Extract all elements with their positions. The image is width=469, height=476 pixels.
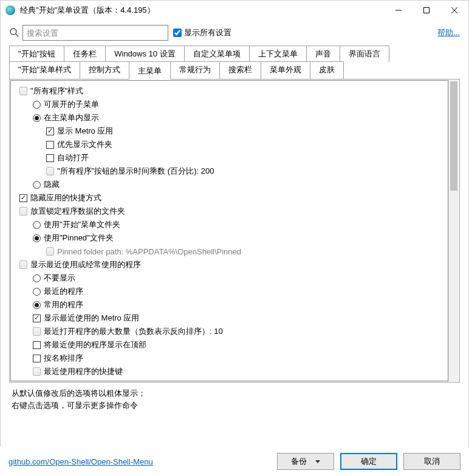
radio-icon[interactable] bbox=[33, 114, 41, 122]
cancel-label: 取消 bbox=[424, 456, 440, 467]
svg-point-4 bbox=[10, 29, 16, 35]
tree-row[interactable]: "所有程序"按钮的显示时间乘数 (百分比): 200 bbox=[13, 165, 445, 178]
note-icon bbox=[19, 87, 27, 95]
radio-icon[interactable] bbox=[33, 181, 41, 189]
tree-row[interactable]: 将最近使用的程序显示在顶部 bbox=[13, 338, 445, 352]
tab-control-method[interactable]: 控制方式 bbox=[80, 61, 129, 79]
tab-start-menu-style[interactable]: "开始"菜单样式 bbox=[9, 61, 80, 79]
checkbox-icon[interactable] bbox=[46, 154, 54, 162]
bottom-bar: github.com/Open-Shell/Open-Shell-Menu 备份… bbox=[0, 447, 469, 476]
tree-row[interactable]: 放置锁定程序数据的文件夹 bbox=[13, 205, 445, 218]
close-button[interactable] bbox=[440, 1, 468, 20]
tree-row[interactable]: 隐藏应用的快捷方式 bbox=[13, 191, 445, 205]
checkbox-icon[interactable] bbox=[46, 141, 54, 149]
radio-icon[interactable] bbox=[33, 288, 41, 296]
window-title: 经典"开始"菜单设置（版本：4.4.195） bbox=[20, 5, 385, 16]
scrollbar-thumb[interactable] bbox=[450, 81, 457, 191]
tree-row[interactable]: 显示 Metro 应用 bbox=[13, 124, 445, 138]
tree-row[interactable]: 按名称排序 bbox=[13, 352, 445, 365]
tree-row[interactable]: 优先显示文件夹 bbox=[13, 138, 445, 151]
tab-container: "开始"按钮任务栏Windows 10 设置自定义菜单项上下文菜单声音界面语言 … bbox=[1, 46, 468, 79]
tree-label: 将最近使用的程序显示在顶部 bbox=[44, 339, 146, 350]
tree-label: 隐藏应用的快捷方式 bbox=[30, 192, 101, 203]
tab-sound[interactable]: 声音 bbox=[306, 46, 340, 62]
tree-row[interactable]: 在主菜单内显示 bbox=[13, 111, 445, 124]
tree-row[interactable]: 自动打开 bbox=[13, 151, 445, 165]
show-all-label: 显示所有设置 bbox=[184, 27, 231, 38]
checkbox-icon[interactable] bbox=[33, 314, 41, 322]
tree-label: 显示最近使用或经常使用的程序 bbox=[30, 259, 141, 270]
tree-label: 常用的程序 bbox=[44, 299, 83, 310]
checkbox-icon[interactable] bbox=[46, 127, 54, 135]
checkbox-icon[interactable] bbox=[33, 341, 41, 349]
tab-row-1: "开始"按钮任务栏Windows 10 设置自定义菜单项上下文菜单声音界面语言 bbox=[9, 46, 460, 62]
tree-row[interactable]: 最近打开程序的最大数量（负数表示反向排序）: 10 bbox=[13, 325, 445, 338]
tree-label: 按名称排序 bbox=[44, 353, 83, 364]
checkbox-icon[interactable] bbox=[33, 355, 41, 362]
tree-row[interactable]: 不要显示 bbox=[13, 271, 445, 285]
tree-row[interactable]: 最近使用程序的快捷键 bbox=[13, 365, 445, 378]
repo-link[interactable]: github.com/Open-Shell/Open-Shell-Menu bbox=[9, 457, 153, 466]
note-icon bbox=[33, 327, 41, 336]
checkbox-icon[interactable] bbox=[19, 194, 27, 202]
minimize-button[interactable] bbox=[385, 1, 413, 20]
tab-start-button[interactable]: "开始"按钮 bbox=[9, 46, 64, 62]
radio-icon[interactable] bbox=[33, 221, 41, 229]
tree-label: 优先显示文件夹 bbox=[57, 139, 112, 150]
tab-context-menu[interactable]: 上下文菜单 bbox=[249, 46, 307, 62]
tree-label: 隐藏 bbox=[44, 179, 60, 190]
tree-row[interactable]: 使用"开始"菜单文件夹 bbox=[13, 218, 445, 231]
search-input[interactable] bbox=[22, 25, 168, 41]
tree-row[interactable]: 隐藏 bbox=[13, 178, 445, 191]
tree-label: 显示最近使用的 Metro 应用 bbox=[44, 313, 139, 324]
tree-row[interactable]: 常用的程序 bbox=[13, 298, 445, 311]
backup-label: 备份 bbox=[291, 456, 307, 467]
tree-label: 自动打开 bbox=[57, 152, 89, 163]
tree-row[interactable]: 最近的程序 bbox=[13, 285, 445, 298]
ok-button[interactable]: 确定 bbox=[340, 453, 397, 470]
radio-icon[interactable] bbox=[33, 234, 41, 242]
tree-label: 不要显示 bbox=[44, 273, 75, 284]
tree-label: 使用"Pinned"文件夹 bbox=[44, 233, 114, 243]
search-wrap bbox=[9, 25, 168, 41]
tree-row[interactable]: Pinned folder path: %APPDATA%\OpenShell\… bbox=[13, 245, 445, 258]
cancel-button[interactable]: 取消 bbox=[403, 453, 460, 470]
tree-row[interactable]: 显示最近使用或经常使用的程序 bbox=[13, 258, 445, 271]
tree-label: "所有程序"按钮的显示时间乘数 (百分比): 200 bbox=[57, 166, 214, 177]
tree-row[interactable]: 使用"Pinned"文件夹 bbox=[13, 231, 445, 245]
backup-button[interactable]: 备份 bbox=[277, 453, 334, 470]
maximize-button[interactable] bbox=[413, 1, 440, 20]
tab-win10-settings[interactable]: Windows 10 设置 bbox=[105, 46, 184, 62]
tree-label: 在主菜单内显示 bbox=[44, 112, 99, 123]
tree-row[interactable]: "所有程序"样式 bbox=[13, 84, 445, 98]
note-icon bbox=[19, 260, 27, 269]
tab-custom-menu-items[interactable]: 自定义菜单项 bbox=[184, 46, 250, 62]
show-all-input[interactable] bbox=[173, 29, 182, 37]
tab-menu-appearance[interactable]: 菜单外观 bbox=[261, 61, 310, 79]
tab-skin[interactable]: 皮肤 bbox=[310, 61, 344, 79]
app-icon bbox=[5, 5, 15, 15]
note-icon bbox=[46, 167, 54, 175]
tab-search-bar[interactable]: 搜索栏 bbox=[219, 61, 261, 79]
help-link[interactable]: 帮助... bbox=[437, 27, 460, 38]
note-icon bbox=[19, 207, 27, 216]
vertical-scrollbar[interactable] bbox=[448, 80, 459, 381]
ok-label: 确定 bbox=[361, 456, 377, 467]
tree-label: 使用"开始"菜单文件夹 bbox=[44, 219, 120, 230]
tree-row[interactable]: 显示最近使用的 Metro 应用 bbox=[13, 311, 445, 325]
tab-main-menu[interactable]: 主菜单 bbox=[129, 61, 171, 80]
tree-label: "所有程序"样式 bbox=[30, 86, 83, 97]
tab-taskbar[interactable]: 任务栏 bbox=[64, 46, 106, 62]
hint-text: 从默认值修改后的选项将以粗体显示； 右键点击选项，可显示更多操作命令 bbox=[12, 387, 457, 412]
settings-tree[interactable]: "所有程序"样式可展开的子菜单在主菜单内显示显示 Metro 应用优先显示文件夹… bbox=[10, 80, 448, 381]
search-icon bbox=[9, 27, 19, 39]
tab-general-behavior[interactable]: 常规行为 bbox=[170, 61, 220, 79]
tab-ui-language[interactable]: 界面语言 bbox=[340, 46, 389, 62]
tree-label: 显示 Metro 应用 bbox=[57, 126, 113, 137]
tree-row[interactable]: 可展开的子菜单 bbox=[13, 98, 445, 111]
titlebar: 经典"开始"菜单设置（版本：4.4.195） bbox=[1, 1, 468, 20]
radio-icon[interactable] bbox=[33, 274, 41, 282]
radio-icon[interactable] bbox=[33, 301, 41, 309]
radio-icon[interactable] bbox=[33, 101, 41, 109]
show-all-checkbox[interactable]: 显示所有设置 bbox=[173, 27, 231, 38]
